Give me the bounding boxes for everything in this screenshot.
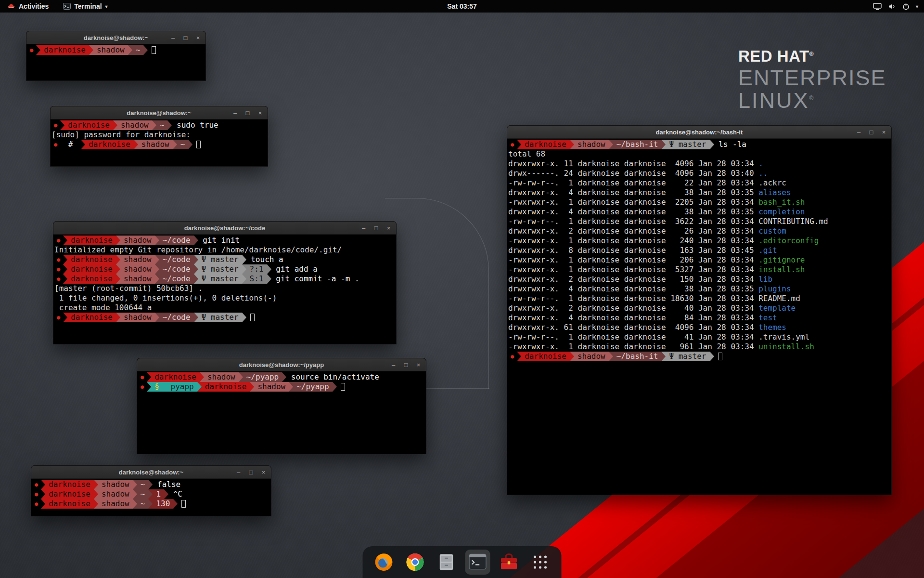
terminal-line: drwxrwxr-x. 8 darknoise darknoise 163 Ja… <box>508 246 891 255</box>
powerline-separator-icon <box>267 274 271 284</box>
app-menu-terminal[interactable]: Terminal ▾ <box>61 0 110 13</box>
redhat-prompt-icon: ● <box>508 352 517 361</box>
window-titlebar[interactable]: darknoise@shadow:~ – □ × <box>26 31 205 44</box>
terminal-content[interactable]: ●darknoiseshadow~/code git initInitializ… <box>53 235 396 344</box>
powerline-separator-icon <box>148 499 153 509</box>
output-text: README.md <box>758 294 800 303</box>
terminal-cursor <box>152 46 156 54</box>
terminal-cursor <box>250 314 255 321</box>
window-titlebar[interactable]: darknoise@shadow:~/bash-it – □ × <box>507 126 891 139</box>
terminal-cursor <box>341 383 345 391</box>
powerline-separator-icon <box>200 372 204 382</box>
window-titlebar[interactable]: darknoise@shadow:~/code – □ × <box>53 222 396 235</box>
prompt-path-segment: ~ <box>137 480 149 489</box>
output-text: [master (root-commit) 50bcb63] . <box>54 284 203 293</box>
powerline-separator-icon <box>609 352 613 361</box>
dock-item-toolbox[interactable] <box>497 550 522 575</box>
terminal-line: drwxrwxr-x. 2 darknoise darknoise 26 Jan… <box>508 226 891 236</box>
maximize-button[interactable]: □ <box>868 129 874 136</box>
volume-icon <box>888 3 896 10</box>
maximize-button[interactable]: □ <box>244 109 251 117</box>
output-text: create mode 100644 a <box>54 303 152 312</box>
prompt-path-segment: ~/code <box>159 236 194 245</box>
terminal-line: create mode 100644 a <box>54 303 396 313</box>
terminal-line: ●darknoiseshadow~ sudo true <box>51 120 268 130</box>
prompt-user-segment: darknoise <box>151 372 200 382</box>
powerline-separator-icon <box>94 480 98 489</box>
terminal-line: [sudo] password for darknoise: <box>51 130 268 140</box>
directory-name: lib <box>758 275 772 284</box>
terminal-line: drwx------. 24 darknoise darknoise 4096 … <box>508 169 891 178</box>
dock-item-chrome[interactable] <box>403 550 428 575</box>
dock-item-files[interactable] <box>434 550 459 575</box>
terminal-window[interactable]: darknoise@shadow:~ – □ × ●darknoiseshado… <box>31 465 271 516</box>
close-button[interactable]: × <box>881 129 887 136</box>
window-titlebar[interactable]: darknoise@shadow:~ – □ × <box>31 466 271 479</box>
window-titlebar[interactable]: darknoise@shadow:~/pyapp – □ × <box>137 358 426 371</box>
prompt-path-segment: ~ <box>137 489 149 499</box>
prompt-host-segment: shadow <box>117 120 152 130</box>
terminal-window[interactable]: darknoise@shadow:~ – □ × ●darknoiseshado… <box>26 31 206 81</box>
close-button[interactable]: × <box>415 361 422 368</box>
prompt-git-branch-segment: Ψ master <box>666 140 709 149</box>
prompt-path-segment: ~/code <box>159 313 194 322</box>
minimize-button[interactable]: – <box>390 361 397 368</box>
terminal-line: -rwxrwxr-x. 1 darknoise darknoise 961 Ja… <box>508 342 891 352</box>
dock <box>363 546 562 578</box>
powerline-separator-icon <box>116 236 120 245</box>
terminal-line: ●darknoiseshadow~/codeΨ masterS:1 git co… <box>54 274 396 284</box>
dock-item-terminal[interactable] <box>465 550 490 575</box>
output-text: -rwxrwxr-x. 1 darknoise darknoise 206 Ja… <box>508 255 758 264</box>
terminal-line: ●darknoiseshadow~/bash-itΨ master <box>508 352 891 361</box>
close-button[interactable]: × <box>260 469 267 476</box>
powerline-separator-icon <box>609 140 613 149</box>
window-titlebar[interactable]: darknoise@shadow:~ – □ × <box>51 106 268 119</box>
close-button[interactable]: × <box>195 34 201 41</box>
activities-button[interactable]: Activities <box>5 0 51 13</box>
redhat-prompt-icon: ● <box>138 372 147 382</box>
terminal-window[interactable]: darknoise@shadow:~/pyapp – □ × ●darknois… <box>137 358 426 454</box>
command-text: source bin/activate <box>286 372 379 381</box>
powerline-separator-icon <box>147 372 151 382</box>
prompt-git-branch-segment: Ψ master <box>198 264 242 274</box>
minimize-button[interactable]: – <box>235 469 242 476</box>
maximize-button[interactable]: □ <box>373 224 379 232</box>
redhat-prompt-icon: ● <box>51 120 60 130</box>
terminal-content[interactable]: ●darknoiseshadow~/pyapp source bin/activ… <box>137 371 426 454</box>
minimize-button[interactable]: – <box>360 224 367 232</box>
terminal-window[interactable]: darknoise@shadow:~ – □ × ●darknoiseshado… <box>50 106 268 167</box>
prompt-host-segment: shadow <box>120 264 155 274</box>
terminal-line: 1 file changed, 0 insertions(+), 0 delet… <box>54 293 396 303</box>
dock-item-show-applications[interactable] <box>528 550 553 575</box>
window-title: darknoise@shadow:~/code <box>184 224 265 232</box>
close-button[interactable]: × <box>257 109 263 117</box>
terminal-content[interactable]: ●darknoiseshadow~ <box>26 44 205 80</box>
maximize-button[interactable]: □ <box>403 361 409 368</box>
system-menu[interactable]: ▾ <box>873 0 924 13</box>
dock-item-firefox[interactable] <box>372 550 397 575</box>
window-title: darknoise@shadow:~ <box>119 469 183 476</box>
close-button[interactable]: × <box>385 224 392 232</box>
terminal-content[interactable]: ●darknoiseshadow~ sudo true[sudo] passwo… <box>51 119 268 166</box>
powerline-separator-icon <box>194 255 198 264</box>
terminal-content[interactable]: ●darknoiseshadow~/bash-itΨ master ls -la… <box>507 139 891 495</box>
powerline-separator-icon <box>239 372 243 382</box>
terminal-window[interactable]: darknoise@shadow:~/code – □ × ●darknoise… <box>53 221 397 344</box>
prompt-git-status-segment: S:1 <box>246 274 267 284</box>
terminal-line: -rw-rw-r--. 1 darknoise darknoise 3622 J… <box>508 217 891 226</box>
prompt-host-segment: shadow <box>120 255 155 264</box>
terminal-content[interactable]: ●darknoiseshadow~ false●darknoiseshadow~… <box>31 479 271 516</box>
redhat-prompt-icon: ● <box>32 480 41 489</box>
powerline-separator-icon <box>81 140 85 149</box>
directory-name: .. <box>758 169 768 178</box>
terminal-window[interactable]: darknoise@shadow:~/bash-it – □ × ●darkno… <box>507 125 892 495</box>
chrome-icon <box>405 552 426 573</box>
minimize-button[interactable]: – <box>856 129 862 136</box>
maximize-button[interactable]: □ <box>248 469 254 476</box>
clock[interactable]: Sat 03:57 <box>447 2 476 10</box>
firefox-icon <box>373 552 395 573</box>
minimize-button[interactable]: – <box>232 109 238 117</box>
minimize-button[interactable]: – <box>170 34 176 41</box>
maximize-button[interactable]: □ <box>182 34 189 41</box>
powerline-separator-icon <box>282 372 286 382</box>
